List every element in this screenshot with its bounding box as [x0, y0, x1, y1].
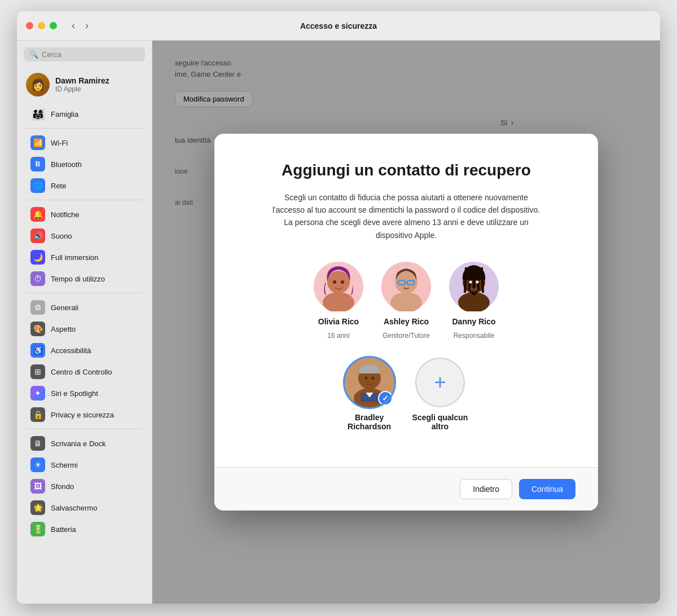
sidebar-item-siri[interactable]: ✦ Siri e Spotlight: [21, 382, 147, 404]
wifi-icon: 📶: [30, 135, 45, 150]
sidebar-item-aspetto[interactable]: 🎨 Aspetto: [21, 318, 147, 340]
svg-point-3: [333, 280, 336, 284]
ashley-name: Ashley Rico: [384, 317, 429, 326]
displays-icon: ☀: [30, 457, 45, 472]
svg-line-16: [465, 267, 466, 293]
divider-4: [26, 429, 143, 429]
contact-ashley[interactable]: Ashley Rico Genitore/Tutore: [381, 262, 431, 340]
back-button[interactable]: Indietro: [460, 479, 512, 499]
modal-body: Aggiungi un contatto di recupero Scegli …: [214, 134, 598, 467]
sidebar-label-bluetooth: Bluetooth: [51, 160, 82, 169]
sidebar-item-focus[interactable]: 🌙 Full immersion: [21, 247, 147, 268]
svg-point-27: [364, 377, 367, 380]
screen-time-icon: ⏱: [30, 271, 45, 286]
modal-title: Aggiungi un contatto di recupero: [248, 161, 564, 180]
sidebar-label-focus: Full immersion: [51, 253, 99, 262]
sidebar-label-accessibility: Accessibilità: [51, 346, 91, 355]
contacts-grid-row1: Olivia Rico 16 anni: [248, 262, 564, 340]
maximize-button[interactable]: [50, 22, 57, 29]
modal-overlay: Aggiungi un contatto di recupero Scegli …: [152, 41, 660, 604]
ashley-avatar: [381, 262, 431, 311]
sidebar-item-rete[interactable]: 🌐 Rete: [21, 175, 147, 196]
sidebar-item-wifi[interactable]: 📶 Wi-Fi: [21, 132, 147, 153]
svg-point-4: [341, 280, 344, 284]
user-subtitle: ID Apple: [55, 85, 109, 93]
notifiche-icon: 🔔: [30, 207, 45, 222]
focus-icon: 🌙: [30, 250, 45, 265]
sidebar-item-displays[interactable]: ☀ Schermi: [21, 454, 147, 476]
olivia-avatar: [314, 262, 363, 311]
contact-altro[interactable]: + Scegli qualcunaltro: [412, 358, 468, 431]
contact-olivia[interactable]: Olivia Rico 16 anni: [314, 262, 363, 340]
danny-role: Responsabile: [454, 332, 495, 340]
bradley-avatar: ✓: [345, 358, 394, 407]
suono-icon: 🔊: [30, 228, 45, 243]
sidebar-item-accessibility[interactable]: ♿ Accessibilità: [21, 340, 147, 361]
forward-nav-button[interactable]: ›: [82, 19, 92, 33]
modal-description: Scegli un contatto di fiducia che possa …: [271, 191, 542, 242]
aspetto-icon: 🎨: [30, 322, 45, 336]
privacy-icon: 🔒: [30, 407, 45, 422]
contact-bradley[interactable]: ✓ BradleyRichardson: [345, 358, 394, 431]
minimize-button[interactable]: [38, 22, 45, 29]
sidebar-label-battery: Batteria: [51, 525, 76, 534]
avatar: 👩: [26, 73, 50, 96]
generali-icon: ⚙: [30, 300, 45, 315]
sidebar-label-siri: Siri e Spotlight: [51, 389, 98, 398]
sidebar-label-famiglia: Famiglia: [51, 110, 78, 118]
sidebar-label-displays: Schermi: [51, 461, 78, 469]
search-input[interactable]: [42, 50, 139, 59]
accessibility-icon: ♿: [30, 343, 45, 358]
svg-point-22: [476, 281, 479, 284]
traffic-lights: [26, 22, 57, 29]
search-bar[interactable]: 🔍: [24, 47, 145, 61]
control-icon: ⊞: [30, 364, 45, 379]
sidebar-item-famiglia[interactable]: 👨‍👩‍👧 Famiglia: [21, 103, 147, 125]
sidebar-item-suono[interactable]: 🔊 Suono: [21, 225, 147, 247]
wallpaper-icon: 🖼: [30, 479, 45, 494]
sidebar-item-screensaver[interactable]: 🌟 Salvaschermo: [21, 497, 147, 518]
svg-line-20: [482, 267, 483, 293]
sidebar-label-screen-time: Tempo di utilizzo: [51, 275, 105, 283]
ashley-role: Genitore/Tutore: [383, 332, 430, 340]
sidebar-item-privacy[interactable]: 🔒 Privacy e sicurezza: [21, 404, 147, 425]
bradley-name: BradleyRichardson: [348, 413, 391, 431]
sidebar-item-generali[interactable]: ⚙ Generali: [21, 297, 147, 318]
sidebar-label-notifiche: Notifiche: [51, 210, 80, 219]
sidebar-item-desktop[interactable]: 🖥 Scrivania e Dock: [21, 433, 147, 454]
sidebar-label-aspetto: Aspetto: [51, 325, 76, 333]
modal-dialog: Aggiungi un contatto di recupero Scegli …: [214, 134, 598, 511]
svg-text:✓: ✓: [382, 394, 389, 403]
titlebar: ‹ › Accesso e sicurezza: [17, 11, 660, 41]
bluetooth-icon: B: [30, 157, 45, 171]
svg-line-19: [477, 266, 478, 290]
sidebar-item-control[interactable]: ⊞ Centro di Controllo: [21, 361, 147, 382]
sidebar-label-generali: Generali: [51, 303, 78, 312]
sidebar: 🔍 👩 Dawn Ramirez ID Apple 👨‍👩‍👧 Famiglia…: [17, 41, 152, 604]
continue-button[interactable]: Continua: [519, 479, 575, 499]
back-nav-button[interactable]: ‹: [68, 19, 78, 33]
close-button[interactable]: [26, 22, 33, 29]
divider-3: [26, 293, 143, 293]
sidebar-item-notifiche[interactable]: 🔔 Notifiche: [21, 204, 147, 225]
olivia-name: Olivia Rico: [318, 317, 359, 326]
user-profile[interactable]: 👩 Dawn Ramirez ID Apple: [17, 68, 152, 101]
user-name: Dawn Ramirez: [55, 76, 109, 85]
sidebar-label-suono: Suono: [51, 232, 72, 240]
search-icon: 🔍: [29, 50, 38, 59]
sidebar-item-screen-time[interactable]: ⏱ Tempo di utilizzo: [21, 268, 147, 289]
sidebar-item-battery[interactable]: 🔋 Batteria: [21, 518, 147, 540]
svg-line-17: [469, 266, 471, 290]
olivia-role: 16 anni: [327, 332, 349, 340]
altro-name: Scegli qualcunaltro: [412, 413, 468, 431]
contact-danny[interactable]: Danny Rico Responsabile: [449, 262, 499, 340]
sidebar-label-screensaver: Salvaschermo: [51, 504, 97, 512]
altro-avatar: +: [415, 358, 465, 407]
svg-point-28: [371, 377, 374, 380]
sidebar-item-bluetooth[interactable]: B Bluetooth: [21, 153, 147, 175]
siri-icon: ✦: [30, 386, 45, 401]
sidebar-item-wallpaper[interactable]: 🖼 Sfondo: [21, 476, 147, 497]
rete-icon: 🌐: [30, 178, 45, 193]
svg-point-21: [469, 281, 472, 284]
danny-avatar: [449, 262, 499, 311]
